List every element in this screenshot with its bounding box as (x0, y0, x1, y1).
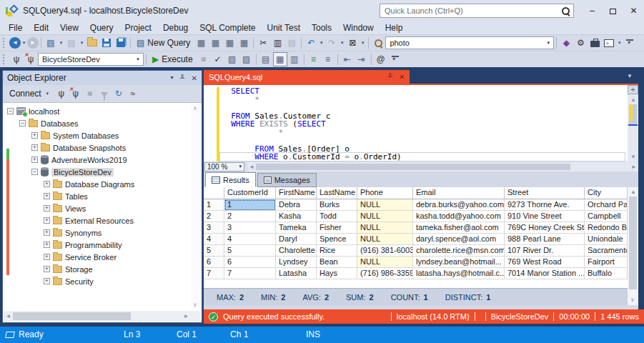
tree-item-databases[interactable]: −Databases (3, 117, 190, 129)
grid-cell[interactable]: 107 River Dr. (505, 245, 585, 257)
editor-vscrollbar[interactable]: ÷ ▲ ▼ (628, 85, 638, 161)
execute-button[interactable]: ▶Execute (149, 52, 197, 66)
tree-item-storage[interactable]: +Storage (3, 263, 190, 275)
menu-item-project[interactable]: Project (119, 22, 157, 34)
uncomment-icon[interactable]: ≡ (321, 52, 335, 66)
new-query-button[interactable]: ▤New Query (133, 36, 194, 50)
scrollbar-thumb[interactable] (629, 197, 637, 289)
tree-item-views[interactable]: +Views (3, 202, 190, 214)
search-combo[interactable]: photo▾ (385, 36, 554, 49)
add-item-icon[interactable]: ▤ (64, 36, 79, 50)
scroll-down-icon[interactable]: ▼ (630, 154, 636, 160)
grid-cell[interactable]: NULL (357, 199, 413, 211)
menu-item-help[interactable]: Help (380, 22, 409, 34)
scroll-left-icon[interactable]: ◄ (247, 164, 256, 170)
copy-icon[interactable]: ▥ (270, 36, 284, 50)
new-xmla-query-icon[interactable]: ▦ (222, 36, 237, 50)
scroll-down-icon[interactable]: ∨ (630, 297, 635, 303)
vs-launcher-icon[interactable]: ◆ (559, 36, 573, 50)
new-mdx-query-icon[interactable]: ▦ (194, 36, 208, 50)
column-header-street[interactable]: Street (505, 187, 585, 199)
close-panel-icon[interactable]: ✕ (192, 74, 197, 82)
grid-cell[interactable]: NULL (357, 234, 413, 245)
expand-icon[interactable]: + (44, 266, 50, 272)
tree-item-security[interactable]: +Security (3, 275, 190, 287)
menu-item-unit-test[interactable]: Unit Test (262, 22, 306, 34)
chevron-down-icon[interactable]: ▾ (339, 40, 345, 46)
console-icon[interactable] (602, 36, 616, 50)
results-to-text-icon[interactable]: ▤ (259, 52, 273, 66)
expand-icon[interactable]: + (31, 156, 38, 163)
find-in-files-icon[interactable] (371, 36, 385, 50)
menu-item-window[interactable]: Window (337, 22, 380, 34)
pin-icon[interactable]: ╨ (180, 74, 185, 82)
pin-icon[interactable]: ╨ (387, 73, 392, 81)
grid-cell[interactable]: NULL (357, 211, 413, 222)
results-vscrollbar[interactable]: ▲ ∨ (628, 187, 638, 305)
sqlcmd-mode-icon[interactable]: @ (374, 52, 388, 66)
grid-cell[interactable]: Debra (276, 199, 317, 211)
maximize-button[interactable] (603, 0, 623, 21)
row-number-cell[interactable]: 1 (204, 199, 224, 211)
window-position-icon[interactable]: ▾ (171, 74, 174, 82)
navigate-forward-icon[interactable]: ► (27, 37, 39, 49)
column-header-email[interactable]: Email (413, 187, 505, 199)
scroll-left-icon[interactable]: ◄ (4, 313, 13, 319)
minimize-button[interactable]: – (582, 0, 603, 21)
expand-icon[interactable]: + (44, 217, 50, 224)
grid-cell[interactable]: (716) 986-3359 (357, 268, 413, 279)
grid-cell[interactable]: 2 (224, 211, 276, 222)
object-explorer-hscrollbar[interactable]: ◄ ► (4, 311, 201, 322)
tree-item-database-snapshots[interactable]: +Database Snapshots (3, 141, 190, 154)
expand-icon[interactable]: + (44, 193, 50, 199)
grid-cell[interactable]: kasha.todd@yahoo.com (413, 211, 505, 222)
grid-cell[interactable]: Kasha (276, 211, 317, 222)
grid-cell[interactable]: Latasha (276, 268, 317, 279)
increase-indent-icon[interactable]: ⇥ (355, 52, 369, 66)
save-icon[interactable] (99, 36, 114, 50)
column-header-customerid[interactable]: CustomerId (224, 187, 276, 199)
disconnect-icon[interactable]: ψ✕ (24, 52, 38, 66)
object-explorer-vscrollbar[interactable]: ∧∨ (191, 104, 201, 309)
split-editor-handle[interactable]: ÷ (628, 85, 638, 94)
sql-code[interactable]: SELECT * FROM Sales.Customer c WHERE EXI… (222, 87, 626, 161)
change-connection-icon[interactable]: ψ (9, 52, 24, 66)
results-to-grid-icon[interactable]: ▦ (273, 52, 287, 66)
new-dax-query-icon[interactable]: ▦ (237, 36, 251, 50)
grid-cell[interactable]: Uniondale (585, 234, 628, 245)
toolbar-grip[interactable] (3, 54, 6, 64)
grid-cell[interactable]: Spence (317, 234, 357, 245)
grid-cell[interactable]: 769 West Road (505, 257, 585, 268)
close-tab-icon[interactable]: ✕ (399, 74, 405, 81)
menu-item-sql-complete[interactable]: SQL Complete (194, 22, 261, 34)
tab-messages[interactable]: Messages (257, 173, 317, 187)
grid-cell[interactable]: 5 (224, 245, 276, 257)
open-file-icon[interactable] (85, 36, 99, 50)
tab-results[interactable]: Results (205, 172, 256, 187)
scrollbar-thumb[interactable] (13, 312, 131, 320)
grid-cell[interactable]: 988 Pearl Lane (505, 234, 585, 245)
expand-icon[interactable]: + (44, 181, 50, 187)
column-header-phone[interactable]: Phone (357, 187, 413, 199)
estimated-plan-icon[interactable]: ▧ (225, 52, 239, 66)
grid-cell[interactable]: Campbell (585, 211, 628, 222)
toolbar-overflow-icon[interactable] (388, 52, 402, 66)
tree-item-localhost[interactable]: −localhost (3, 105, 190, 117)
redo-icon[interactable]: ↷ (325, 36, 339, 50)
grid-cell[interactable]: Tameka (276, 222, 317, 234)
tree-item-service-broker[interactable]: +Service Broker (3, 251, 190, 263)
grid-cell[interactable]: Daryl (276, 234, 317, 245)
tree-item-synonyms[interactable]: +Synonyms (3, 227, 190, 239)
cancel-query-icon[interactable]: ■ (197, 52, 211, 66)
undo-icon[interactable]: ↶ (304, 36, 318, 50)
paste-icon[interactable]: ▤ (284, 36, 299, 50)
row-number-cell[interactable]: 3 (204, 222, 224, 234)
menu-item-query[interactable]: Query (84, 22, 119, 34)
editor-tab[interactable]: SQLQuery4.sql ╨ ✕ (204, 70, 410, 84)
grid-cell[interactable]: 3 (224, 222, 276, 234)
comment-icon[interactable]: ≡ (307, 52, 321, 66)
chevron-down-icon[interactable]: ▾ (360, 40, 366, 46)
expand-icon[interactable]: + (44, 205, 50, 212)
collapse-icon[interactable]: − (19, 120, 26, 126)
grid-cell[interactable]: 6 (224, 257, 276, 268)
